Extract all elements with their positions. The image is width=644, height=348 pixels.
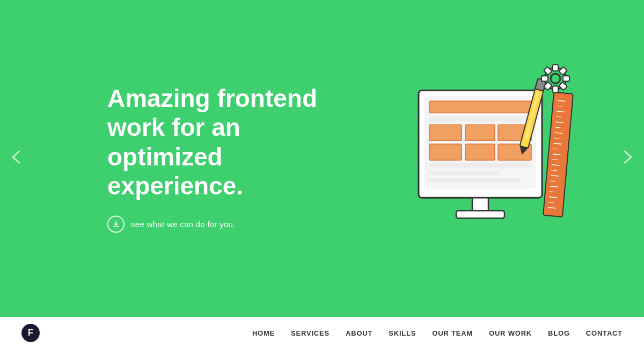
hero-section: Amazing frontend work for an optimized e… (0, 0, 644, 317)
nav-links: HOME SERVICES ABOUT SKILLS OUR TEAM OUR … (252, 328, 623, 338)
nav-link-home[interactable]: HOME (252, 329, 275, 337)
svg-rect-50 (553, 86, 558, 92)
svg-rect-8 (465, 144, 495, 160)
hero-cta-text: see what we can do for you. (131, 220, 236, 229)
hero-title: Amazing frontend work for an optimized e… (107, 84, 333, 200)
svg-rect-14 (456, 211, 504, 218)
prev-arrow[interactable] (12, 150, 20, 167)
nav-link-about[interactable]: ABOUT (346, 329, 372, 337)
svg-rect-5 (465, 125, 495, 141)
svg-rect-48 (563, 76, 569, 81)
nav-logo[interactable]: F (21, 324, 40, 342)
svg-rect-3 (429, 116, 531, 121)
next-arrow[interactable] (624, 150, 632, 167)
nav-item-about[interactable]: ABOUT (346, 328, 372, 338)
nav-item-services[interactable]: SERVICES (291, 328, 330, 338)
svg-rect-11 (429, 171, 499, 175)
hero-illustration (386, 63, 580, 246)
svg-rect-52 (541, 76, 548, 81)
svg-rect-10 (429, 163, 531, 168)
svg-rect-12 (429, 178, 521, 183)
hero-content: Amazing frontend work for an optimized e… (107, 84, 333, 233)
svg-rect-7 (429, 144, 462, 160)
svg-point-42 (551, 74, 560, 83)
svg-rect-43 (553, 64, 558, 71)
svg-rect-2 (429, 101, 531, 113)
svg-rect-13 (472, 198, 488, 212)
nav-link-blog[interactable]: BLOG (548, 329, 570, 337)
nav-link-services[interactable]: SERVICES (291, 329, 330, 337)
nav-item-our-work[interactable]: OUR WORK (489, 328, 532, 338)
hero-cta[interactable]: see what we can do for you. (107, 216, 333, 233)
navbar: F HOME SERVICES ABOUT SKILLS OUR TEAM OU… (0, 317, 644, 348)
nav-item-blog[interactable]: BLOG (548, 328, 570, 338)
nav-link-our-work[interactable]: OUR WORK (489, 329, 532, 337)
nav-link-our-team[interactable]: OUR TEAM (432, 329, 473, 337)
nav-link-contact[interactable]: CONTACT (586, 329, 623, 337)
nav-link-skills[interactable]: SKILLS (389, 329, 416, 337)
nav-item-skills[interactable]: SKILLS (389, 328, 416, 338)
nav-item-contact[interactable]: CONTACT (586, 328, 623, 338)
nav-item-home[interactable]: HOME (252, 328, 275, 338)
nav-item-our-team[interactable]: OUR TEAM (432, 328, 473, 338)
svg-rect-4 (429, 125, 462, 141)
cta-download-icon (107, 216, 125, 233)
